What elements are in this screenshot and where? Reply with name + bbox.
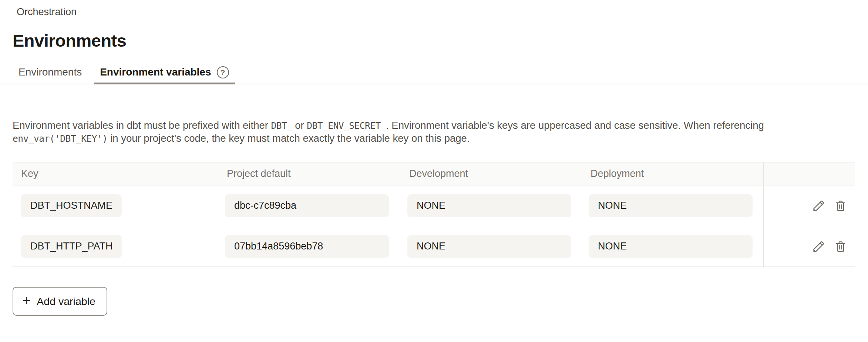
- description-segment: Environment variables in dbt must be pre…: [13, 120, 271, 131]
- trash-icon: [834, 240, 847, 253]
- description-segment: . Environment variable's keys are upperc…: [386, 120, 764, 131]
- deployment-pill: NONE: [589, 194, 753, 217]
- trash-icon: [834, 199, 847, 212]
- table-row: DBT_HTTP_PATH 07bb14a8596beb78 NONE NONE: [13, 226, 855, 267]
- pencil-icon: [812, 239, 826, 254]
- description-line-2: env_var('DBT_KEY') in your project's cod…: [13, 132, 868, 145]
- add-variable-button[interactable]: + Add variable: [13, 287, 107, 316]
- description-text: Environment variables in dbt must be pre…: [13, 119, 868, 145]
- tab-environments[interactable]: Environments: [13, 61, 88, 84]
- edit-variable-button[interactable]: [812, 199, 826, 213]
- column-header-actions: [763, 162, 855, 185]
- tab-environment-variables[interactable]: Environment variables ?: [94, 61, 235, 84]
- environment-variables-table: Key Project default Development Deployme…: [13, 162, 855, 267]
- project-default-pill: 07bb14a8596beb78: [225, 235, 389, 258]
- development-pill: NONE: [407, 194, 571, 217]
- tab-environments-label: Environments: [18, 66, 82, 78]
- key-pill: DBT_HTTP_PATH: [21, 235, 122, 258]
- column-header-development: Development: [407, 168, 589, 180]
- development-pill: NONE: [407, 235, 571, 258]
- delete-variable-button[interactable]: [834, 199, 847, 212]
- project-default-pill: dbc-c7c89cba: [225, 194, 389, 217]
- plus-icon: +: [22, 293, 31, 308]
- environment-variables-page: Orchestration Environments Environments …: [0, 6, 868, 316]
- description-segment: or: [292, 120, 307, 131]
- edit-variable-button[interactable]: [812, 239, 826, 254]
- row-actions: [763, 185, 855, 226]
- pencil-icon: [812, 199, 826, 213]
- row-actions: [763, 226, 855, 266]
- breadcrumb[interactable]: Orchestration: [17, 6, 77, 18]
- delete-variable-button[interactable]: [834, 240, 847, 253]
- add-variable-label: Add variable: [37, 295, 95, 308]
- tabs-bar: Environments Environment variables ?: [0, 61, 868, 84]
- table-header-row: Key Project default Development Deployme…: [13, 162, 855, 185]
- column-header-project-default: Project default: [225, 168, 407, 180]
- tab-environment-variables-label: Environment variables: [100, 66, 211, 78]
- page-title: Environments: [13, 30, 868, 51]
- column-header-key: Key: [13, 168, 225, 180]
- code-token-env-var: env_var('DBT_KEY'): [13, 133, 108, 144]
- help-icon[interactable]: ?: [217, 66, 229, 78]
- table-row: DBT_HOSTNAME dbc-c7c89cba NONE NONE: [13, 185, 855, 226]
- description-line-1: Environment variables in dbt must be pre…: [13, 119, 868, 132]
- column-header-deployment: Deployment: [589, 168, 763, 180]
- code-token-dbt-prefix: DBT_: [271, 120, 292, 131]
- key-pill: DBT_HOSTNAME: [21, 194, 122, 217]
- description-segment: in your project's code, the key must mat…: [108, 133, 470, 144]
- deployment-pill: NONE: [589, 235, 753, 258]
- code-token-dbt-env-secret-prefix: DBT_ENV_SECRET_: [307, 120, 386, 131]
